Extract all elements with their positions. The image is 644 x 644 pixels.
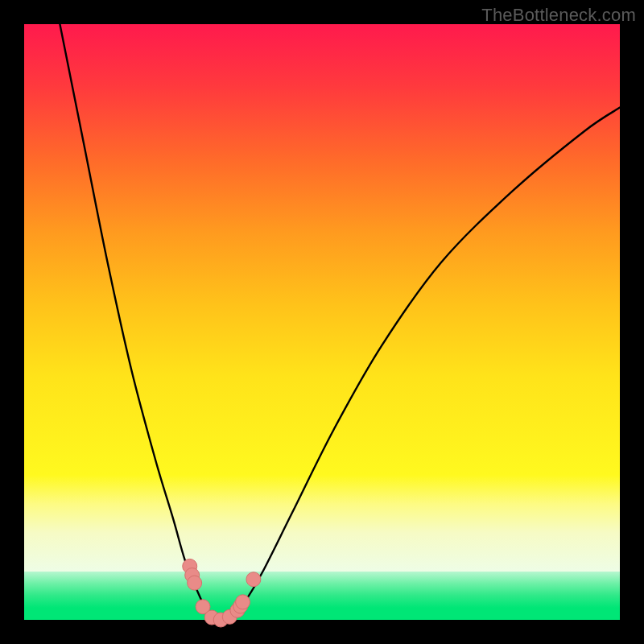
curve-layer — [24, 24, 620, 620]
sample-marker — [246, 572, 261, 587]
sample-marker — [236, 595, 250, 609]
bottleneck-curve-path — [60, 24, 620, 620]
sample-marker — [188, 576, 202, 590]
watermark-text: TheBottleneck.com — [481, 5, 636, 26]
sample-markers — [183, 559, 261, 627]
plot-area — [24, 24, 620, 620]
bottleneck-curve — [60, 24, 620, 620]
chart-frame: TheBottleneck.com — [0, 0, 644, 644]
